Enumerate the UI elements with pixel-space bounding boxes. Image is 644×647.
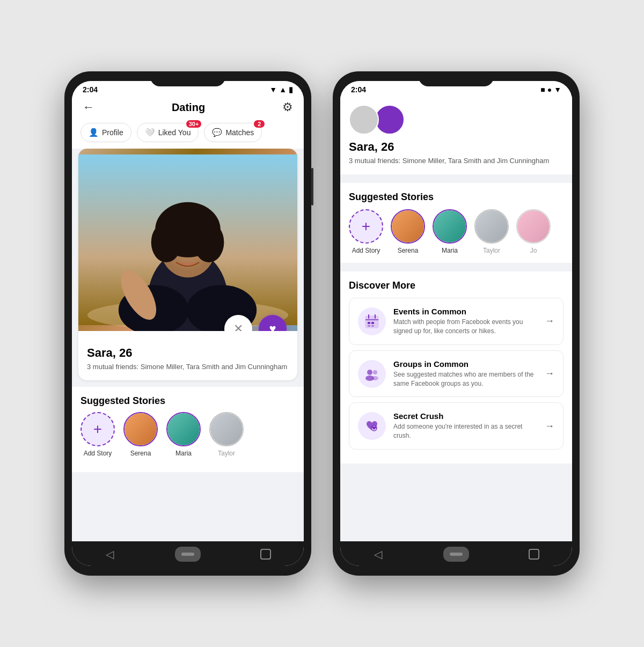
svg-rect-23 <box>368 325 370 327</box>
secret-crush-icon <box>364 418 379 433</box>
secret-crush-icon-wrap <box>358 412 386 440</box>
divider-2 <box>340 267 572 271</box>
right-bottom-nav: ◁ <box>340 541 572 566</box>
discover-title: Discover More <box>349 280 564 291</box>
add-story-label: Add Story <box>84 450 112 457</box>
right-maria-avatar <box>433 209 467 244</box>
nav-home-button[interactable] <box>175 547 201 562</box>
status-icons: ▼ ▲ ▮ <box>269 85 293 94</box>
tab-matches[interactable]: 💬 Matches 2 <box>204 123 262 142</box>
right-stories-row: + Add Story Serena <box>349 209 564 254</box>
profile-name: Sara, 26 <box>87 346 289 360</box>
right-status-time: 2:04 <box>351 85 366 94</box>
svg-rect-24 <box>371 325 374 327</box>
svg-rect-31 <box>529 549 539 559</box>
svg-rect-16 <box>261 549 270 559</box>
tab-bar: 👤 Profile 🤍 Liked You 30+ 💬 Matches 2 <box>72 120 304 149</box>
right-screen: 2:04 ■ ● ▼ Sara, 26 3 mutual friends: Si… <box>340 81 572 566</box>
stories-section: Suggested Stories + Add Story <box>72 387 304 472</box>
secret-crush-text: Secret Crush Add someone you're interest… <box>393 411 537 440</box>
profile-card: ✕ ♥ Sara, 26 3 mutual friends: Simone Mi… <box>78 149 297 380</box>
taylor-img <box>210 413 243 445</box>
right-profile-mutual: 3 mutual friends: Simone Miller, Tara Sm… <box>349 156 564 166</box>
right-story-taylor[interactable]: Taylor <box>474 209 509 254</box>
right-story-jo[interactable]: Jo <box>516 209 551 254</box>
right-serena-label: Serena <box>398 247 419 254</box>
groups-icon-wrap <box>358 360 386 388</box>
story-add[interactable]: + Add Story <box>80 412 115 457</box>
right-jo-avatar <box>516 209 551 244</box>
story-serena[interactable]: Serena <box>123 412 158 457</box>
right-add-icon: + <box>362 218 370 235</box>
right-nav-square-button[interactable] <box>523 547 545 562</box>
groups-in-common-card[interactable]: Groups in Common See suggested matches w… <box>349 350 564 398</box>
story-taylor[interactable]: Taylor <box>209 412 244 457</box>
groups-text: Groups in Common See suggested matches w… <box>393 359 537 388</box>
groups-arrow: → <box>545 368 554 379</box>
right-phone-notch <box>419 71 494 86</box>
serena-label: Serena <box>130 450 151 457</box>
profile-mutual: 3 mutual friends: Simone Miller, Tara Sm… <box>87 362 289 372</box>
side-button <box>311 168 313 205</box>
maria-avatar <box>166 412 201 446</box>
right-phone: 2:04 ■ ● ▼ Sara, 26 3 mutual friends: Si… <box>333 71 580 576</box>
right-serena-avatar <box>391 209 425 244</box>
liked-badge: 30+ <box>186 120 202 128</box>
right-story-add[interactable]: + Add Story <box>349 209 383 254</box>
right-nav-home-button[interactable] <box>443 547 469 562</box>
right-serena-img <box>392 210 424 242</box>
signal-icon: ▲ <box>279 85 287 94</box>
events-title: Events in Common <box>393 307 537 316</box>
status-time: 2:04 <box>83 85 98 94</box>
nav-back-button[interactable]: ◁ <box>99 547 121 562</box>
phone-notch <box>150 71 225 86</box>
right-story-serena[interactable]: Serena <box>391 209 425 254</box>
events-in-common-card[interactable]: Events in Common Match with people from … <box>349 298 564 345</box>
right-stories-title: Suggested Stories <box>349 192 564 203</box>
profile-avatar-grey <box>349 105 379 135</box>
groups-title: Groups in Common <box>393 359 537 369</box>
tab-profile[interactable]: 👤 Profile <box>80 123 131 142</box>
add-story-icon: + <box>93 421 102 438</box>
taylor-label: Taylor <box>218 450 235 457</box>
like-icon: ♥ <box>269 322 276 331</box>
wifi-icon: ▼ <box>269 85 277 94</box>
settings-button[interactable]: ⚙ <box>282 100 293 114</box>
battery-icon: ▮ <box>289 85 293 94</box>
tab-liked-label: Liked You <box>158 128 191 137</box>
svg-point-25 <box>367 370 372 375</box>
action-buttons: ✕ ♥ <box>224 315 287 331</box>
tab-liked-you[interactable]: 🤍 Liked You 30+ <box>137 123 199 142</box>
secret-crush-desc: Add someone you're interested in as a se… <box>393 422 537 440</box>
top-nav: ← Dating ⚙ <box>72 96 304 120</box>
right-signal-icon: ▼ <box>554 85 561 94</box>
tab-profile-label: Profile <box>102 128 123 137</box>
liked-tab-icon: 🤍 <box>145 128 155 137</box>
dislike-button[interactable]: ✕ <box>224 315 252 331</box>
left-screen: 2:04 ▼ ▲ ▮ ← Dating ⚙ 👤 Profile <box>72 81 304 566</box>
right-taylor-avatar <box>474 209 509 244</box>
serena-img <box>125 413 157 445</box>
svg-point-28 <box>372 376 378 380</box>
secret-crush-arrow: → <box>545 421 554 432</box>
right-maria-label: Maria <box>442 247 458 254</box>
right-nav-back-button[interactable]: ◁ <box>368 547 389 562</box>
like-button[interactable]: ♥ <box>259 315 287 331</box>
phones-container: 2:04 ▼ ▲ ▮ ← Dating ⚙ 👤 Profile <box>64 71 580 576</box>
taylor-avatar <box>209 412 244 446</box>
right-taylor-label: Taylor <box>483 247 500 254</box>
events-desc: Match with people from Facebook events y… <box>393 318 537 336</box>
right-stories-section: Suggested Stories + Add Story <box>340 183 572 263</box>
nav-square-button[interactable] <box>255 547 276 562</box>
profile-info: Sara, 26 3 mutual friends: Simone Miller… <box>78 331 297 380</box>
right-add-label: Add Story <box>352 247 380 254</box>
secret-crush-card[interactable]: Secret Crush Add someone you're interest… <box>349 402 564 450</box>
profile-tab-icon: 👤 <box>89 128 99 137</box>
maria-label: Maria <box>175 450 192 457</box>
stories-title: Suggested Stories <box>72 387 304 412</box>
right-story-maria[interactable]: Maria <box>433 209 467 254</box>
back-button[interactable]: ← <box>83 100 94 114</box>
story-maria[interactable]: Maria <box>166 412 201 457</box>
discover-section: Discover More <box>340 271 572 464</box>
app-title: Dating <box>172 101 205 114</box>
